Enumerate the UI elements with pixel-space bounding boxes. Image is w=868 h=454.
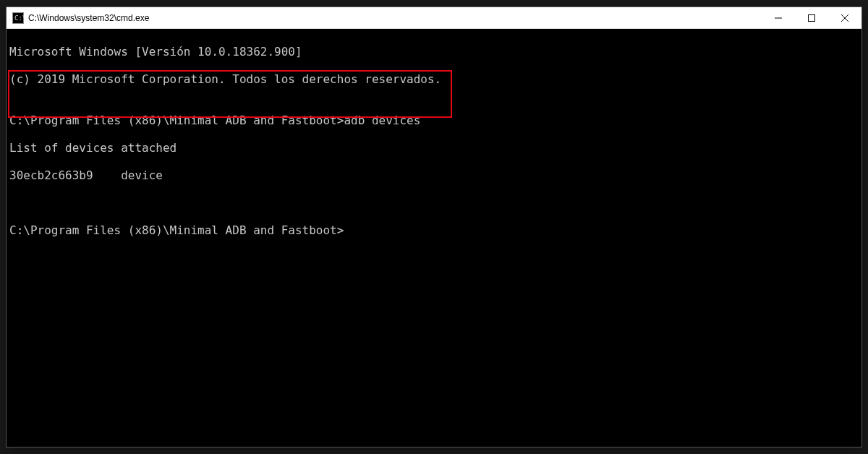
terminal-area[interactable]: Microsoft Windows [Versión 10.0.18362.90… xyxy=(7,30,861,447)
cmd-app-icon: C:\ xyxy=(12,12,24,24)
titlebar[interactable]: C:\ C:\Windows\system32\cmd.exe xyxy=(7,7,861,29)
window-controls xyxy=(762,7,861,28)
window-title: C:\Windows\system32\cmd.exe xyxy=(28,13,149,23)
maximize-button[interactable] xyxy=(795,7,828,28)
terminal-line: Microsoft Windows [Versión 10.0.18362.90… xyxy=(9,45,859,59)
terminal-line: (c) 2019 Microsoft Corporation. Todos lo… xyxy=(9,72,859,86)
terminal-prompt: C:\Program Files (x86)\Minimal ADB and F… xyxy=(9,223,859,237)
svg-text:C:\: C:\ xyxy=(14,14,24,22)
close-button[interactable] xyxy=(828,7,861,28)
terminal-line-highlighted: 30ecb2c663b9 device xyxy=(9,168,859,182)
terminal-line-highlighted: List of devices attached xyxy=(9,141,859,155)
terminal-line-highlighted: C:\Program Files (x86)\Minimal ADB and F… xyxy=(9,113,859,127)
svg-rect-4 xyxy=(809,14,815,21)
cmd-window: C:\ C:\Windows\system32\cmd.exe Microsof… xyxy=(6,7,862,447)
minimize-button[interactable] xyxy=(762,7,795,28)
